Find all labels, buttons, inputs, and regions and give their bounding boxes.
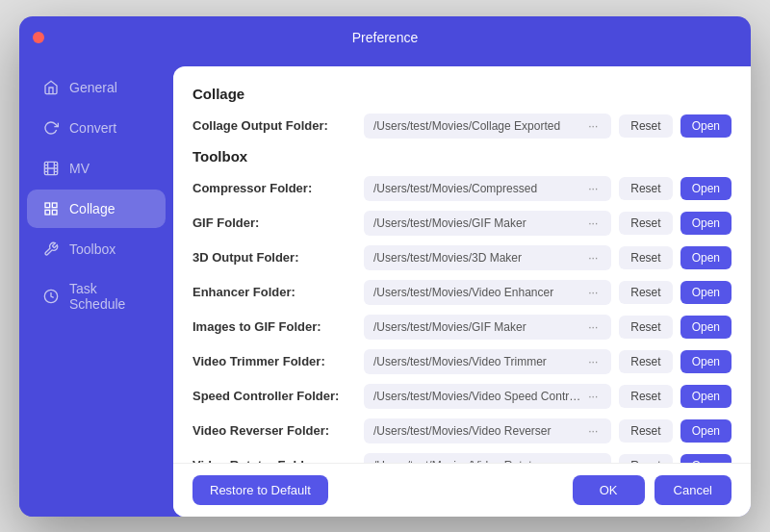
- reset-button[interactable]: Reset: [619, 385, 672, 408]
- sidebar-item-task-schedule[interactable]: Task Schedule: [27, 270, 166, 322]
- folder-label: Images to GIF Folder:: [192, 319, 356, 334]
- folder-label: Collage Output Folder:: [192, 118, 356, 133]
- sidebar-item-label: Task Schedule: [69, 281, 150, 312]
- restore-default-button[interactable]: Restore to Default: [192, 475, 328, 505]
- folder-row: Enhancer Folder:/Users/test/Movies/Video…: [192, 280, 732, 305]
- sidebar-item-label: Convert: [69, 120, 116, 136]
- open-button[interactable]: Open: [680, 212, 732, 235]
- grid-icon: [42, 200, 60, 217]
- reset-button[interactable]: Reset: [619, 454, 672, 463]
- reset-button[interactable]: Reset: [619, 114, 672, 138]
- rotate-icon: [42, 119, 60, 137]
- reset-button[interactable]: Reset: [619, 316, 672, 339]
- folder-dots-button[interactable]: ···: [584, 355, 602, 368]
- open-button[interactable]: Open: [680, 454, 732, 463]
- ok-button[interactable]: OK: [573, 475, 645, 505]
- main-panel: Collage Collage Output Folder:/Users/tes…: [173, 66, 751, 517]
- collage-rows: Collage Output Folder:/Users/test/Movies…: [192, 114, 732, 139]
- folder-path-container: /Users/test/Movies/Video Enhancer···: [364, 280, 611, 305]
- folder-path-text: /Users/test/Movies/Video Enhancer: [373, 286, 553, 299]
- sidebar: GeneralConvertMVCollageToolboxTask Sched…: [19, 59, 173, 517]
- sidebar-item-general[interactable]: General: [27, 68, 166, 107]
- folder-path-container: /Users/test/Movies/Video Trimmer···: [364, 349, 611, 374]
- reset-button[interactable]: Reset: [619, 246, 672, 269]
- open-button[interactable]: Open: [680, 177, 732, 200]
- folder-path-text: /Users/test/Movies/GIF Maker: [373, 216, 526, 230]
- folder-row: 3D Output Folder:/Users/test/Movies/3D M…: [192, 245, 732, 270]
- toolbox-section-title: Toolbox: [192, 148, 732, 165]
- close-button[interactable]: [33, 32, 44, 43]
- open-button[interactable]: Open: [680, 419, 732, 443]
- svg-rect-8: [45, 203, 50, 208]
- sidebar-item-label: Toolbox: [69, 241, 116, 257]
- folder-row: Video Rotator Folder:/Users/test/Movies/…: [192, 453, 732, 463]
- folder-path-container: /Users/test/Movies/Video Speed Controlle…: [364, 384, 611, 409]
- reset-button[interactable]: Reset: [619, 281, 672, 304]
- reset-button[interactable]: Reset: [619, 350, 672, 373]
- folder-dots-button[interactable]: ···: [584, 286, 602, 299]
- folder-path-text: /Users/test/Movies/Collage Exported: [373, 119, 560, 133]
- folder-path-text: /Users/test/Movies/Video Trimmer: [373, 355, 547, 368]
- window-title: Preference: [352, 30, 418, 45]
- folder-path-container: /Users/test/Movies/Compressed···: [364, 176, 611, 201]
- folder-path-container: /Users/test/Movies/3D Maker···: [364, 245, 611, 270]
- folder-row: Video Trimmer Folder:/Users/test/Movies/…: [192, 349, 732, 374]
- folder-row: Collage Output Folder:/Users/test/Movies…: [192, 114, 732, 139]
- folder-path-container: /Users/test/Movies/Collage Exported···: [364, 114, 611, 139]
- sidebar-item-label: MV: [69, 161, 90, 176]
- folder-dots-button[interactable]: ···: [584, 320, 602, 334]
- folder-path-container: /Users/test/Movies/Video Rotator···: [364, 453, 611, 463]
- folder-path-container: /Users/test/Movies/Video Reverser···: [364, 418, 611, 443]
- folder-row: GIF Folder:/Users/test/Movies/GIF Maker·…: [192, 211, 732, 236]
- collage-section-title: Collage: [192, 86, 732, 102]
- folder-path-text: /Users/test/Movies/Compressed: [373, 182, 537, 195]
- footer-right-buttons: OK Cancel: [573, 475, 732, 505]
- main-scroll[interactable]: Collage Collage Output Folder:/Users/tes…: [173, 66, 751, 463]
- open-button[interactable]: Open: [680, 281, 732, 304]
- reset-button[interactable]: Reset: [619, 212, 672, 235]
- folder-label: Video Trimmer Folder:: [192, 354, 356, 368]
- folder-label: Compressor Folder:: [192, 181, 356, 195]
- sidebar-item-label: General: [69, 80, 117, 95]
- folder-label: 3D Output Folder:: [192, 250, 356, 265]
- folder-row: Speed Controller Folder:/Users/test/Movi…: [192, 384, 732, 409]
- house-icon: [42, 79, 60, 96]
- reset-button[interactable]: Reset: [619, 177, 672, 200]
- open-button[interactable]: Open: [680, 246, 732, 269]
- svg-rect-11: [52, 210, 57, 215]
- folder-label: Video Reverser Folder:: [192, 423, 356, 438]
- folder-dots-button[interactable]: ···: [584, 390, 602, 403]
- folder-label: GIF Folder:: [192, 215, 356, 230]
- svg-rect-10: [45, 210, 50, 215]
- open-button[interactable]: Open: [680, 316, 732, 339]
- toolbox-rows: Compressor Folder:/Users/test/Movies/Com…: [192, 176, 732, 463]
- folder-path-container: /Users/test/Movies/GIF Maker···: [364, 211, 611, 236]
- folder-label: Enhancer Folder:: [192, 285, 356, 299]
- cancel-button[interactable]: Cancel: [654, 475, 732, 505]
- content-area: GeneralConvertMVCollageToolboxTask Sched…: [19, 59, 751, 517]
- folder-dots-button[interactable]: ···: [584, 251, 602, 265]
- sidebar-item-toolbox[interactable]: Toolbox: [27, 230, 166, 268]
- reset-button[interactable]: Reset: [619, 419, 672, 443]
- open-button[interactable]: Open: [680, 350, 732, 373]
- folder-path-text: /Users/test/Movies/GIF Maker: [373, 320, 526, 334]
- folder-path-text: /Users/test/Movies/Video Speed Controlle…: [373, 390, 584, 403]
- folder-row: Compressor Folder:/Users/test/Movies/Com…: [192, 176, 732, 201]
- folder-dots-button[interactable]: ···: [584, 119, 602, 133]
- folder-path-text: /Users/test/Movies/3D Maker: [373, 251, 522, 265]
- sidebar-item-mv[interactable]: MV: [27, 149, 166, 188]
- sidebar-item-collage[interactable]: Collage: [27, 190, 166, 228]
- folder-row: Images to GIF Folder:/Users/test/Movies/…: [192, 315, 732, 340]
- folder-dots-button[interactable]: ···: [584, 216, 602, 230]
- open-button[interactable]: Open: [680, 114, 732, 138]
- open-button[interactable]: Open: [680, 385, 732, 408]
- folder-path-container: /Users/test/Movies/GIF Maker···: [364, 315, 611, 340]
- film-icon: [42, 160, 60, 177]
- folder-dots-button[interactable]: ···: [584, 424, 602, 438]
- traffic-lights: [33, 32, 81, 43]
- folder-row: Video Reverser Folder:/Users/test/Movies…: [192, 418, 732, 443]
- folder-dots-button[interactable]: ···: [584, 182, 602, 195]
- sidebar-item-convert[interactable]: Convert: [27, 109, 166, 147]
- folder-path-text: /Users/test/Movies/Video Reverser: [373, 424, 552, 438]
- preference-window: Preference GeneralConvertMVCollageToolbo…: [19, 16, 751, 517]
